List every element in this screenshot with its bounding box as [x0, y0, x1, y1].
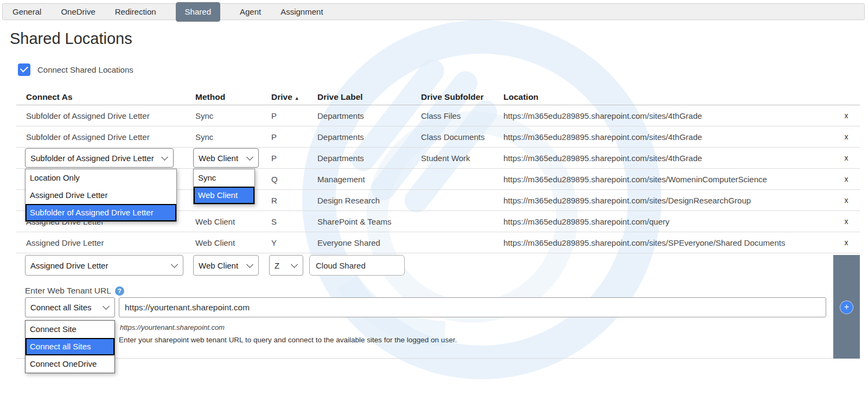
remove-row-button[interactable]: x	[833, 154, 860, 162]
tab-shared[interactable]: Shared	[176, 2, 220, 22]
location-cell: https://m365edu289895.sharepoint.com/sit…	[503, 132, 833, 142]
dropdown-option-connect-site[interactable]: Connect Site	[25, 321, 114, 338]
connect-as-select[interactable]: Subfolder of Assigned Drive Letter	[25, 148, 174, 168]
drive-label-cell: SharePoint & Teams	[317, 217, 421, 226]
drive-cell: P	[271, 154, 317, 163]
tenant-url-description-hint: Enter your sharepoint web tenant URL to …	[119, 336, 457, 344]
table-row: Assigned Drive Letter Web Client Y Every…	[16, 232, 860, 253]
connect-as-cell: Subfolder of Assigned Drive Letter	[26, 132, 195, 142]
connect-as-cell: Assigned Drive Letter	[26, 238, 195, 247]
tab-agent[interactable]: Agent	[240, 7, 261, 16]
remove-row-button[interactable]: x	[833, 238, 860, 247]
new-drive-label-input[interactable]	[309, 255, 405, 276]
column-header-connect-as[interactable]: Connect As	[26, 92, 195, 102]
checkmark-icon	[20, 65, 28, 73]
remove-row-button[interactable]: x	[833, 175, 860, 183]
dropdown-option-assigned-drive-letter[interactable]: Assigned Drive Letter	[25, 187, 176, 204]
table-row-editing: Subfolder of Assigned Drive Letter Web C…	[16, 148, 860, 169]
section-divider	[16, 358, 859, 359]
page-title: Shared Locations	[10, 30, 132, 48]
location-cell: https://m365edu289895.sharepoint.com/sit…	[503, 111, 833, 120]
method-cell: Web Client	[195, 238, 271, 247]
connect-as-cell: Subfolder of Assigned Drive Letter	[26, 111, 195, 120]
drive-cell: Q	[271, 175, 317, 184]
location-cell: https://m365edu289895.sharepoint.com/que…	[503, 217, 833, 226]
tenant-url-example-hint: https://yourtenant.sharepoint.com	[120, 323, 225, 331]
column-header-method[interactable]: Method	[195, 92, 271, 102]
chevron-down-icon	[161, 154, 168, 161]
dropdown-option-connect-onedrive[interactable]: Connect OneDrive	[25, 355, 114, 373]
dropdown-option-location-only[interactable]: Location Only	[25, 169, 176, 187]
connect-mode-dropdown: Connect Site Connect all Sites Connect O…	[25, 320, 115, 373]
drive-label-cell: Everyone Shared	[317, 238, 421, 247]
drive-subfolder-cell: Class Documents	[421, 132, 503, 142]
drive-subfolder-cell: Class Files	[421, 111, 503, 120]
location-cell: https://m365edu289895.sharepoint.com/sit…	[503, 238, 833, 247]
location-cell: https://m365edu289895.sharepoint.com/sit…	[503, 196, 833, 205]
chevron-down-icon	[291, 261, 298, 268]
method-cell: Web Client	[195, 217, 271, 226]
chevron-down-icon	[171, 261, 178, 268]
drive-label-cell: Departments	[317, 111, 421, 120]
column-header-drive[interactable]: Drive▲	[271, 92, 317, 102]
dropdown-option-subfolder-of-assigned-drive-letter[interactable]: Subfolder of Assigned Drive Letter	[25, 204, 176, 221]
drive-subfolder-cell: Student Work	[421, 154, 503, 163]
add-location-button[interactable]: +	[840, 301, 853, 314]
shared-locations-page: General OneDrive Redirection Shared Agen…	[0, 0, 868, 402]
drive-label-cell: Design Research	[317, 196, 421, 205]
remove-row-button[interactable]: x	[833, 111, 860, 120]
method-cell: Sync	[195, 111, 271, 120]
sort-ascending-icon: ▲	[295, 95, 299, 101]
chevron-down-icon	[103, 303, 110, 310]
add-location-rail: +	[833, 255, 860, 359]
new-method-select[interactable]: Web Client	[193, 255, 259, 276]
dropdown-option-web-client[interactable]: Web Client	[194, 187, 254, 204]
table-header-row: Connect As Method Drive▲ Drive Label Dri…	[16, 89, 860, 105]
chevron-down-icon	[246, 261, 253, 268]
drive-cell: S	[271, 217, 317, 226]
location-cell: https://m365edu289895.sharepoint.com/sit…	[503, 154, 833, 163]
method-cell: Sync	[195, 132, 271, 142]
tab-onedrive[interactable]: OneDrive	[61, 7, 95, 16]
drive-label-cell: Management	[317, 175, 421, 184]
drive-cell: P	[271, 132, 317, 142]
drive-label-cell: Departments	[317, 154, 421, 163]
new-connect-as-select[interactable]: Assigned Drive Letter	[25, 255, 183, 276]
new-drive-select[interactable]: Z	[269, 255, 303, 276]
remove-row-button[interactable]: x	[833, 217, 860, 226]
help-icon[interactable]: ?	[115, 286, 124, 296]
column-header-drive-label[interactable]: Drive Label	[317, 92, 421, 102]
connect-mode-select[interactable]: Connect all Sites	[25, 297, 115, 317]
location-cell: https://m365edu289895.sharepoint.com/sit…	[503, 175, 833, 184]
drive-label-cell: Departments	[317, 132, 421, 142]
remove-row-button[interactable]: x	[833, 132, 860, 141]
drive-cell: P	[271, 111, 317, 120]
method-dropdown: Sync Web Client	[193, 169, 255, 205]
column-header-drive-subfolder[interactable]: Drive Subfolder	[421, 92, 503, 102]
dropdown-option-connect-all-sites[interactable]: Connect all Sites	[25, 338, 114, 355]
tab-general[interactable]: General	[12, 7, 41, 16]
remove-row-button[interactable]: x	[833, 196, 860, 205]
tenant-url-section-label: Enter Web Tenant URL ?	[25, 286, 124, 296]
connect-as-dropdown: Location Only Assigned Drive Letter Subf…	[25, 169, 177, 222]
connect-shared-locations-checkbox[interactable]	[18, 63, 30, 76]
drive-cell: Y	[271, 238, 317, 247]
table-row: Subfolder of Assigned Drive Letter Sync …	[16, 126, 860, 148]
chevron-down-icon	[246, 154, 253, 161]
method-select[interactable]: Web Client	[193, 148, 259, 168]
dropdown-option-sync[interactable]: Sync	[194, 169, 254, 187]
column-header-location[interactable]: Location	[503, 92, 833, 102]
tab-bar: General OneDrive Redirection Shared Agen…	[2, 3, 865, 20]
tenant-url-input[interactable]	[119, 297, 826, 317]
table-row: Subfolder of Assigned Drive Letter Sync …	[16, 105, 860, 126]
connect-shared-locations-row: Connect Shared Locations	[18, 63, 133, 76]
tab-redirection[interactable]: Redirection	[115, 7, 156, 16]
drive-cell: R	[271, 196, 317, 205]
connect-shared-locations-label: Connect Shared Locations	[37, 65, 133, 74]
tab-assignment[interactable]: Assignment	[280, 7, 323, 16]
